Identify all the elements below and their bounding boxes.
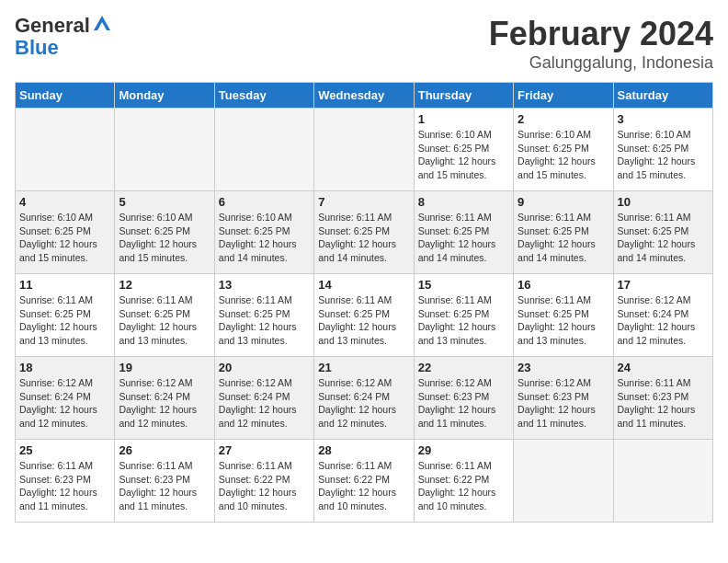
day-number: 1 xyxy=(418,112,509,126)
day-number: 2 xyxy=(518,112,609,126)
calendar-cell: 11Sunrise: 6:11 AM Sunset: 6:25 PM Dayli… xyxy=(16,274,115,357)
day-number: 26 xyxy=(119,443,210,457)
day-number: 14 xyxy=(318,278,409,292)
calendar-cell: 20Sunrise: 6:12 AM Sunset: 6:24 PM Dayli… xyxy=(214,357,313,440)
day-number: 21 xyxy=(318,361,409,374)
calendar-cell: 1Sunrise: 6:10 AM Sunset: 6:25 PM Daylig… xyxy=(414,109,513,191)
calendar-cell: 3Sunrise: 6:10 AM Sunset: 6:25 PM Daylig… xyxy=(613,109,712,191)
day-info: Sunrise: 6:11 AM Sunset: 6:25 PM Dayligh… xyxy=(219,293,310,348)
calendar-cell: 13Sunrise: 6:11 AM Sunset: 6:25 PM Dayli… xyxy=(214,274,313,357)
calendar-cell: 27Sunrise: 6:11 AM Sunset: 6:22 PM Dayli… xyxy=(214,440,313,523)
day-number: 24 xyxy=(618,361,709,374)
calendar-cell: 12Sunrise: 6:11 AM Sunset: 6:25 PM Dayli… xyxy=(115,274,214,357)
header: General Blue February 2024 Galunggalung,… xyxy=(15,15,713,73)
day-info: Sunrise: 6:11 AM Sunset: 6:23 PM Dayligh… xyxy=(618,376,709,431)
day-number: 28 xyxy=(318,443,409,457)
logo-text-general: General xyxy=(15,15,90,37)
day-info: Sunrise: 6:10 AM Sunset: 6:25 PM Dayligh… xyxy=(119,211,210,265)
day-info: Sunrise: 6:11 AM Sunset: 6:25 PM Dayligh… xyxy=(418,211,509,265)
logo-text-blue: Blue xyxy=(15,37,112,59)
day-number: 12 xyxy=(119,278,210,292)
day-number: 23 xyxy=(518,361,609,374)
day-number: 20 xyxy=(219,361,310,374)
calendar-cell: 10Sunrise: 6:11 AM Sunset: 6:25 PM Dayli… xyxy=(613,191,712,274)
day-info: Sunrise: 6:11 AM Sunset: 6:22 PM Dayligh… xyxy=(418,459,509,513)
day-info: Sunrise: 6:11 AM Sunset: 6:22 PM Dayligh… xyxy=(318,459,409,513)
day-info: Sunrise: 6:11 AM Sunset: 6:22 PM Dayligh… xyxy=(219,459,310,513)
day-number: 15 xyxy=(418,278,509,292)
day-info: Sunrise: 6:11 AM Sunset: 6:23 PM Dayligh… xyxy=(19,459,110,513)
day-info: Sunrise: 6:10 AM Sunset: 6:25 PM Dayligh… xyxy=(618,128,709,182)
day-info: Sunrise: 6:12 AM Sunset: 6:23 PM Dayligh… xyxy=(518,376,609,431)
title-area: February 2024 Galunggalung, Indonesia xyxy=(489,15,713,73)
logo: General Blue xyxy=(15,15,112,59)
weekday-header-monday: Monday xyxy=(115,83,214,109)
day-number: 5 xyxy=(119,195,210,209)
day-number: 17 xyxy=(618,278,709,292)
day-number: 3 xyxy=(618,112,709,126)
day-number: 19 xyxy=(119,361,210,374)
weekday-header-sunday: Sunday xyxy=(16,83,115,109)
day-info: Sunrise: 6:11 AM Sunset: 6:25 PM Dayligh… xyxy=(19,293,110,348)
location-title: Galunggalung, Indonesia xyxy=(489,53,713,73)
calendar-cell: 16Sunrise: 6:11 AM Sunset: 6:25 PM Dayli… xyxy=(514,274,613,357)
weekday-header-thursday: Thursday xyxy=(414,83,513,109)
day-info: Sunrise: 6:12 AM Sunset: 6:24 PM Dayligh… xyxy=(318,376,409,431)
day-info: Sunrise: 6:10 AM Sunset: 6:25 PM Dayligh… xyxy=(418,128,509,182)
day-number: 18 xyxy=(19,361,110,374)
day-info: Sunrise: 6:11 AM Sunset: 6:25 PM Dayligh… xyxy=(618,211,709,265)
day-info: Sunrise: 6:11 AM Sunset: 6:25 PM Dayligh… xyxy=(318,211,409,265)
day-info: Sunrise: 6:11 AM Sunset: 6:25 PM Dayligh… xyxy=(119,293,210,348)
calendar-cell: 9Sunrise: 6:11 AM Sunset: 6:25 PM Daylig… xyxy=(514,191,613,274)
day-info: Sunrise: 6:12 AM Sunset: 6:24 PM Dayligh… xyxy=(219,376,310,431)
day-number: 11 xyxy=(19,278,110,292)
calendar-cell xyxy=(16,109,115,191)
day-info: Sunrise: 6:10 AM Sunset: 6:25 PM Dayligh… xyxy=(19,211,110,265)
day-number: 29 xyxy=(418,443,509,457)
day-number: 6 xyxy=(219,195,310,209)
calendar-cell: 19Sunrise: 6:12 AM Sunset: 6:24 PM Dayli… xyxy=(115,357,214,440)
calendar-cell xyxy=(214,109,313,191)
calendar-cell: 24Sunrise: 6:11 AM Sunset: 6:23 PM Dayli… xyxy=(613,357,712,440)
day-info: Sunrise: 6:11 AM Sunset: 6:25 PM Dayligh… xyxy=(518,211,609,265)
calendar-cell xyxy=(514,440,613,523)
weekday-header-wednesday: Wednesday xyxy=(314,83,414,109)
calendar-cell: 4Sunrise: 6:10 AM Sunset: 6:25 PM Daylig… xyxy=(16,191,115,274)
calendar-cell: 29Sunrise: 6:11 AM Sunset: 6:22 PM Dayli… xyxy=(414,440,513,523)
calendar-cell: 26Sunrise: 6:11 AM Sunset: 6:23 PM Dayli… xyxy=(115,440,214,523)
calendar-cell: 18Sunrise: 6:12 AM Sunset: 6:24 PM Dayli… xyxy=(16,357,115,440)
calendar-cell xyxy=(115,109,214,191)
calendar-cell: 5Sunrise: 6:10 AM Sunset: 6:25 PM Daylig… xyxy=(115,191,214,274)
weekday-header-friday: Friday xyxy=(514,83,613,109)
calendar-cell xyxy=(314,109,414,191)
calendar-cell: 7Sunrise: 6:11 AM Sunset: 6:25 PM Daylig… xyxy=(314,191,414,274)
calendar-cell: 28Sunrise: 6:11 AM Sunset: 6:22 PM Dayli… xyxy=(314,440,414,523)
day-info: Sunrise: 6:12 AM Sunset: 6:24 PM Dayligh… xyxy=(119,376,210,431)
calendar-cell: 14Sunrise: 6:11 AM Sunset: 6:25 PM Dayli… xyxy=(314,274,414,357)
day-info: Sunrise: 6:11 AM Sunset: 6:25 PM Dayligh… xyxy=(318,293,409,348)
month-title: February 2024 xyxy=(489,15,713,53)
day-info: Sunrise: 6:10 AM Sunset: 6:25 PM Dayligh… xyxy=(518,128,609,182)
day-info: Sunrise: 6:12 AM Sunset: 6:24 PM Dayligh… xyxy=(19,376,110,431)
day-number: 8 xyxy=(418,195,509,209)
day-number: 10 xyxy=(618,195,709,209)
day-number: 13 xyxy=(219,278,310,292)
calendar-cell: 8Sunrise: 6:11 AM Sunset: 6:25 PM Daylig… xyxy=(414,191,513,274)
day-info: Sunrise: 6:12 AM Sunset: 6:23 PM Dayligh… xyxy=(418,376,509,431)
calendar-cell: 17Sunrise: 6:12 AM Sunset: 6:24 PM Dayli… xyxy=(613,274,712,357)
calendar-cell: 2Sunrise: 6:10 AM Sunset: 6:25 PM Daylig… xyxy=(514,109,613,191)
calendar: SundayMondayTuesdayWednesdayThursdayFrid… xyxy=(15,82,713,523)
day-info: Sunrise: 6:11 AM Sunset: 6:25 PM Dayligh… xyxy=(418,293,509,348)
day-number: 7 xyxy=(318,195,409,209)
day-number: 25 xyxy=(19,443,110,457)
calendar-cell: 22Sunrise: 6:12 AM Sunset: 6:23 PM Dayli… xyxy=(414,357,513,440)
day-number: 4 xyxy=(19,195,110,209)
day-number: 27 xyxy=(219,443,310,457)
calendar-cell: 21Sunrise: 6:12 AM Sunset: 6:24 PM Dayli… xyxy=(314,357,414,440)
calendar-cell: 25Sunrise: 6:11 AM Sunset: 6:23 PM Dayli… xyxy=(16,440,115,523)
day-number: 22 xyxy=(418,361,509,374)
logo-icon xyxy=(92,14,112,34)
day-number: 9 xyxy=(518,195,609,209)
weekday-header-tuesday: Tuesday xyxy=(214,83,313,109)
weekday-header-saturday: Saturday xyxy=(613,83,712,109)
